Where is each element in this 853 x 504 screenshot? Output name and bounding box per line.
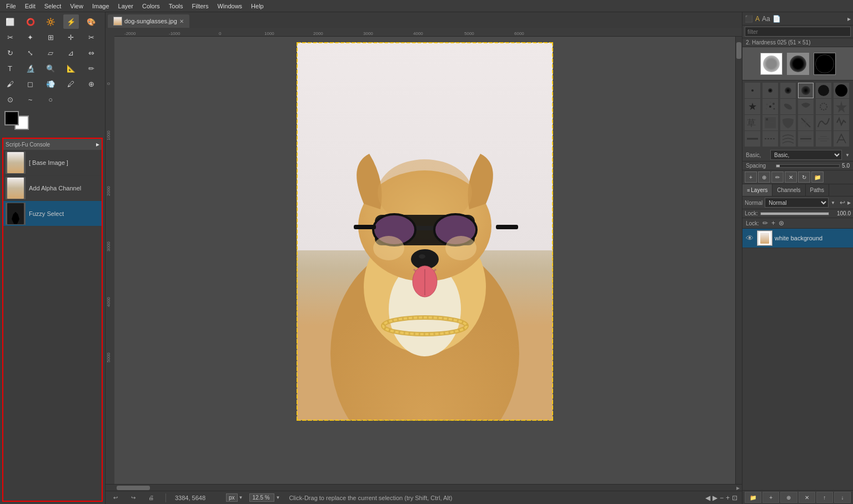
tool-paintbrush[interactable]: 🖌 — [2, 77, 18, 91]
basic-select[interactable]: Basic, Clipboard Legacy — [770, 150, 842, 160]
brush-item-tex5[interactable] — [816, 115, 831, 130]
brush-item-1[interactable] — [745, 83, 760, 98]
unit-dropdown-icon[interactable]: ▼ — [239, 495, 243, 500]
status-unit[interactable]: px ▼ — [226, 493, 243, 502]
tool-zoom[interactable]: 🔍 — [43, 61, 58, 75]
menu-windows[interactable]: Windows — [213, 2, 246, 11]
panel-icon-2[interactable]: A — [755, 15, 760, 23]
layer-visibility-icon[interactable]: 👁 — [746, 234, 755, 243]
bottom-zoom-in[interactable]: + — [726, 494, 730, 502]
bottom-nav-prev[interactable]: ◀ — [705, 494, 710, 502]
tab-channels[interactable]: Channels — [772, 184, 805, 196]
brush-item-line4[interactable] — [798, 131, 814, 147]
zoom-value[interactable]: 12.5 % — [249, 493, 274, 502]
brush-item-splat2[interactable] — [780, 99, 796, 114]
tool-color-pick[interactable]: 🔬 — [23, 61, 38, 75]
layer-item-white-background[interactable]: 👁 white background — [742, 229, 853, 248]
menu-filters[interactable]: Filters — [188, 2, 213, 11]
horizontal-scrollbar[interactable]: ▸ — [106, 484, 742, 491]
tool-dodge[interactable]: ○ — [43, 92, 58, 107]
menu-layer[interactable]: Layer — [114, 2, 138, 11]
brush-item-tex6[interactable] — [834, 115, 849, 130]
tool-flip[interactable]: ⇔ — [83, 46, 99, 60]
lock-position-icon[interactable]: + — [771, 219, 775, 227]
brush-edit-button[interactable]: ✏ — [771, 172, 784, 183]
mode-select[interactable]: Normal Multiply Screen Overlay — [765, 198, 829, 208]
menu-colors[interactable]: Colors — [138, 2, 164, 11]
tool-heal[interactable]: ⊕ — [83, 77, 99, 91]
layer-delete-button[interactable]: ✕ — [799, 492, 815, 503]
menu-image[interactable]: Image — [88, 2, 113, 11]
history-options-icon[interactable]: ▸ — [96, 140, 99, 148]
brush-refresh-button[interactable]: ↻ — [798, 172, 810, 183]
tool-pencil[interactable]: ✏ — [83, 61, 99, 75]
lock-pixels-icon[interactable]: ✏ — [762, 219, 768, 227]
brush-item-line5[interactable] — [816, 131, 831, 147]
opacity-bar[interactable] — [760, 212, 829, 215]
panel-icon-4[interactable]: 📄 — [772, 15, 781, 23]
brush-item-star[interactable]: ★ — [745, 99, 760, 114]
tool-clone[interactable]: ⊙ — [2, 92, 18, 107]
undo-button[interactable]: ↩ — [110, 492, 121, 503]
redo-button[interactable]: ↪ — [128, 492, 139, 503]
bottom-fit[interactable]: ⊡ — [732, 494, 737, 502]
mode-dropdown-arrow[interactable]: ▼ — [831, 200, 835, 205]
brush-item-tex2[interactable] — [762, 115, 778, 130]
tab-document[interactable]: dog-sunglasses.jpg ✕ — [108, 14, 189, 28]
tool-measure[interactable]: 📐 — [63, 61, 79, 75]
history-item-base[interactable]: [ Base Image ] — [3, 150, 102, 175]
lock-all-icon[interactable]: ⊛ — [779, 219, 784, 227]
tool-airbrush[interactable]: 💨 — [43, 77, 58, 91]
brush-item-line2[interactable] — [762, 131, 778, 147]
layer-up-button[interactable]: ↑ — [816, 492, 833, 503]
history-item-alpha[interactable]: Add Alpha Channel — [3, 175, 102, 201]
brush-open-location-button[interactable]: 📁 — [811, 172, 824, 183]
tool-rotate[interactable]: ↻ — [2, 46, 18, 60]
history-item-fuzzy[interactable]: Fuzzy Select — [3, 201, 102, 226]
layer-new-group-button[interactable]: 📁 — [745, 492, 761, 503]
brush-new-button[interactable]: + — [745, 172, 757, 183]
brush-item-2[interactable] — [762, 83, 778, 98]
tab-close-icon[interactable]: ✕ — [179, 18, 184, 24]
brush-item-line3[interactable] — [780, 131, 796, 147]
zoom-dropdown-icon[interactable]: ▼ — [275, 495, 280, 500]
layer-new-button[interactable]: + — [762, 492, 779, 503]
canvas-container[interactable] — [114, 37, 735, 484]
brush-item-splat4[interactable] — [816, 99, 831, 114]
tool-perspective[interactable]: ⊿ — [63, 46, 79, 60]
menu-view[interactable]: View — [66, 2, 87, 11]
print-button[interactable]: 🖨 — [145, 492, 157, 503]
brush-item-tex3[interactable] — [780, 115, 796, 130]
brush-item-splat1[interactable] — [762, 99, 778, 114]
basic-dropdown-arrow[interactable]: ▼ — [845, 153, 850, 158]
mode-menu-button[interactable]: ▸ — [847, 199, 851, 206]
brush-item-6[interactable] — [834, 83, 849, 98]
tab-layers[interactable]: ≡ Layers — [742, 184, 772, 196]
tool-scale[interactable]: ⤡ — [23, 46, 38, 60]
brush-item-line1[interactable] — [745, 131, 760, 147]
layer-down-button[interactable]: ↓ — [834, 492, 851, 503]
tool-move[interactable]: ✛ — [63, 30, 79, 44]
panel-menu-arrow[interactable]: ▸ — [847, 15, 851, 23]
tool-scissors[interactable]: ✂ — [2, 30, 18, 44]
tool-smudge[interactable]: ~ — [23, 92, 38, 107]
bottom-nav-next[interactable]: ▶ — [712, 494, 717, 502]
brush-item-splat3[interactable] — [798, 99, 814, 114]
spacing-bar[interactable] — [776, 164, 840, 168]
tool-foreground-select[interactable]: ✦ — [23, 30, 38, 44]
unit-value[interactable]: px — [226, 493, 238, 502]
tool-rect-select[interactable]: ⬜ — [2, 14, 18, 29]
brush-delete-button[interactable]: ✕ — [785, 172, 797, 183]
foreground-color-swatch[interactable] — [4, 111, 19, 125]
tool-eraser[interactable]: ◻ — [23, 77, 38, 91]
panel-icon-1[interactable]: ⬛ — [745, 15, 753, 23]
mode-reset-button[interactable]: ↩ — [840, 199, 845, 206]
brush-filter-input[interactable] — [745, 27, 851, 37]
tool-by-color[interactable]: 🎨 — [83, 14, 99, 29]
menu-file[interactable]: File — [2, 2, 20, 11]
brush-duplicate-button[interactable]: ⊕ — [758, 172, 770, 183]
tool-align[interactable]: ⊞ — [43, 30, 58, 44]
tool-text[interactable]: T — [2, 61, 18, 75]
tool-shear[interactable]: ▱ — [43, 46, 58, 60]
panel-icon-3[interactable]: Aa — [762, 15, 770, 23]
